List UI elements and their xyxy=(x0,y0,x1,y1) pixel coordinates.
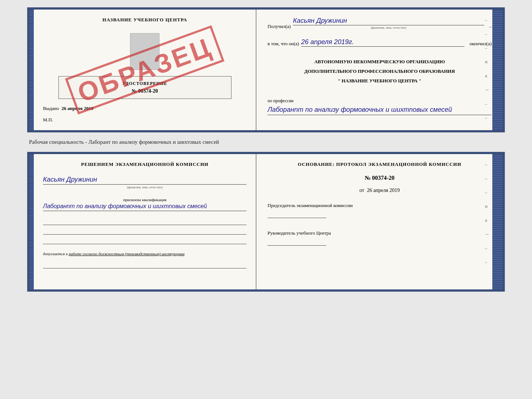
допуск-block: допускается к работе согласно должностны… xyxy=(43,252,247,256)
right-dashes-bottom: – – – и а ← – – xyxy=(485,161,490,265)
document-container: НАЗВАНИЕ УЧЕБНОГО ЦЕНТРА УДОСТОВЕРЕНИЕ №… xyxy=(27,7,505,292)
profession-block: по профессии Лаборанпт по анализу формов… xyxy=(267,95,492,115)
received-row: Получил(а) Касьян Дружинин (фамилия, имя… xyxy=(267,17,492,29)
top-certificate-book: НАЗВАНИЕ УЧЕБНОГО ЦЕНТРА УДОСТОВЕРЕНИЕ №… xyxy=(27,7,505,132)
chairman-signature-line xyxy=(267,211,326,218)
bottom-name-block: Касьян Дружинин (фамилия, имя, отчество) xyxy=(43,176,247,189)
org-block: АВТОНОМНУЮ НЕКОММЕРЧЕСКУЮ ОРГАНИЗАЦИЮ ДО… xyxy=(267,56,492,86)
bottom-lines-left xyxy=(43,218,247,244)
protocol-date-value: 26 апреля 2019 xyxy=(367,188,400,193)
date-row: в том, что он(а) 26 апреля 2019г. окончи… xyxy=(267,38,492,47)
issued-date: 26 апреля 2019 xyxy=(62,106,94,111)
cert-issued: Выдано 26 апреля 2019 xyxy=(43,106,247,111)
osnov-title: Основание: протокол экзаменационной коми… xyxy=(267,161,492,167)
issued-label: Выдано xyxy=(43,106,59,111)
profession-value: Лаборанпт по анализу формовочных и шихтп… xyxy=(267,105,492,115)
bottom-name-sub: (фамилия, имя, отчество) xyxy=(43,185,247,189)
head-label: Руководитель учебного Центра xyxy=(267,230,492,236)
line-2 xyxy=(43,228,247,235)
received-name: Касьян Дружинин xyxy=(293,17,484,25)
head-block: Руководитель учебного Центра xyxy=(267,230,492,246)
bottom-certificate-book: Решением экзаменационной комиссии Касьян… xyxy=(27,152,505,292)
date-prefix: от xyxy=(359,188,364,193)
line-4 xyxy=(43,262,247,268)
date-value: 26 апреля 2019г. xyxy=(301,38,464,47)
line-1 xyxy=(43,218,247,225)
cert-inner-title: УДОСТОВЕРЕНИЕ xyxy=(66,81,224,86)
photo-placeholder xyxy=(130,33,159,70)
qualification-label: присвоена квалификация xyxy=(43,197,247,202)
specialty-text: Рабочая специальность - Лаборант по анал… xyxy=(27,139,505,145)
qualification-value: Лаборанпт по анализу формовочных и шихтп… xyxy=(43,202,247,211)
bottom-right-panel: Основание: протокол экзаменационной коми… xyxy=(256,154,503,289)
decision-title: Решением экзаменационной комиссии xyxy=(43,161,247,167)
qualification-block: присвоена квалификация Лаборанпт по анал… xyxy=(43,196,247,211)
org-line3: " НАЗВАНИЕ УЧЕБНОГО ЦЕНТРА " xyxy=(267,77,492,85)
protocol-number: № 00374-20 xyxy=(267,175,492,181)
spine-left-top xyxy=(29,10,34,130)
chairman-label: Председатель экзаменационной комиссии xyxy=(267,202,492,209)
cert-left-panel: НАЗВАНИЕ УЧЕБНОГО ЦЕНТРА УДОСТОВЕРЕНИЕ №… xyxy=(34,10,256,130)
bottom-left-panel: Решением экзаменационной комиссии Касьян… xyxy=(34,154,256,289)
profession-label: по профессии xyxy=(267,98,492,104)
right-dashes-top: – – – и а ← – – xyxy=(485,17,490,121)
head-signature-line xyxy=(267,238,326,246)
spine-left-bottom xyxy=(29,154,34,289)
cert-number: № 00374-20 xyxy=(66,88,224,94)
допуск-label: допускается к xyxy=(43,252,68,256)
received-label: Получил(а) xyxy=(267,24,291,29)
right-stripe-top xyxy=(492,10,503,130)
bottom-name-value: Касьян Дружинин xyxy=(43,176,247,185)
cert-left-title: НАЗВАНИЕ УЧЕБНОГО ЦЕНТРА xyxy=(103,17,187,23)
cert-mp: М.П. xyxy=(43,117,53,123)
right-stripe-bottom xyxy=(492,154,503,289)
org-line1: АВТОНОМНУЮ НЕКОММЕРЧЕСКУЮ ОРГАНИЗАЦИЮ xyxy=(267,58,492,66)
chairman-block: Председатель экзаменационной комиссии xyxy=(267,202,492,218)
received-sub: (фамилия, имя, отчество) xyxy=(293,26,484,29)
date-label: в том, что он(а) xyxy=(267,41,299,47)
допуск-bottom-line xyxy=(43,262,247,268)
line-3 xyxy=(43,238,247,244)
cert-right-panel: Получил(а) Касьян Дружинин (фамилия, имя… xyxy=(256,10,503,130)
допуск-value: работе согласно должностным (производств… xyxy=(69,252,184,256)
cert-inner-box: УДОСТОВЕРЕНИЕ № 00374-20 xyxy=(58,76,231,99)
org-line2: ДОПОЛНИТЕЛЬНОГО ПРОФЕССИОНАЛЬНОГО ОБРАЗО… xyxy=(267,68,492,75)
protocol-date: от 26 апреля 2019 xyxy=(267,188,492,193)
